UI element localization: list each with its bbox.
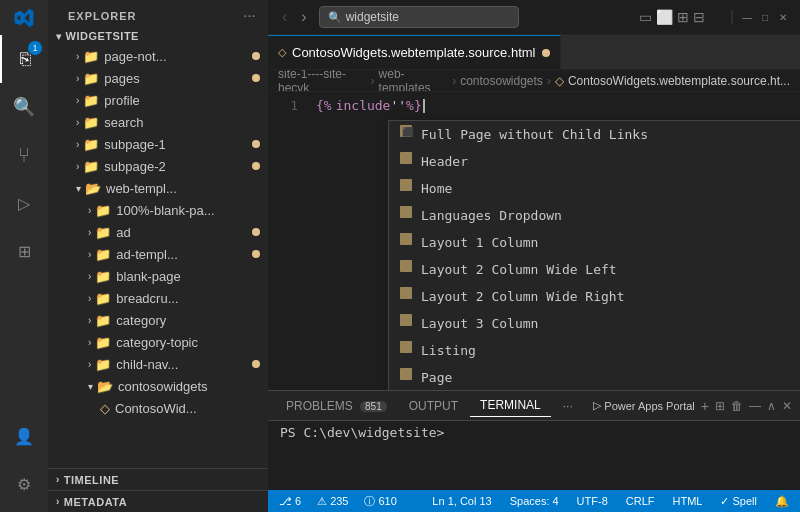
accounts-icon[interactable]: 👤 xyxy=(0,412,48,460)
spaces-label: Spaces: 4 xyxy=(510,495,559,507)
minimize-button[interactable]: — xyxy=(740,10,754,24)
list-item[interactable]: › 📁 ad xyxy=(48,221,268,243)
new-terminal-button[interactable]: + xyxy=(701,398,709,414)
errors-status[interactable]: ⚠ 235 xyxy=(314,495,351,508)
autocomplete-item[interactable]: Layout 2 Column Wide Right xyxy=(389,283,800,310)
info-count: 610 xyxy=(378,495,396,507)
list-item[interactable]: ◇ ContosoWid... xyxy=(48,397,268,419)
settings-icon[interactable]: ⚙ xyxy=(0,460,48,508)
language-status[interactable]: HTML xyxy=(670,495,706,507)
autocomplete-item[interactable]: ⬛ Full Page without Child Links xyxy=(389,121,800,148)
autocomplete-item[interactable]: Home xyxy=(389,175,800,202)
folder-icon: 📁 xyxy=(95,313,111,328)
line-number-1: 1 xyxy=(268,96,298,116)
list-item[interactable]: › 📁 page-not... xyxy=(48,45,268,67)
branch-status[interactable]: ⎇ 6 xyxy=(276,495,304,508)
list-item[interactable]: › 📁 category xyxy=(48,309,268,331)
ac-item-label: Header xyxy=(421,152,468,172)
tab-problems[interactable]: PROBLEMS 851 xyxy=(276,395,397,417)
sidebar: Explorer ··· ▾ WIDGETSITE › 📁 page-not..… xyxy=(48,0,268,512)
item-label: subpage-1 xyxy=(104,137,248,152)
item-label: profile xyxy=(104,93,260,108)
list-item[interactable]: › 📁 child-nav... xyxy=(48,353,268,375)
list-item[interactable]: › 📁 100%-blank-pa... xyxy=(48,199,268,221)
folder-icon: 📁 xyxy=(95,225,111,240)
cursor-pos-status[interactable]: Ln 1, Col 13 xyxy=(429,495,494,507)
info-status[interactable]: ⓘ 610 xyxy=(361,494,399,509)
source-control-icon[interactable]: ⑂ xyxy=(0,131,48,179)
modified-dot xyxy=(252,74,260,82)
metadata-section[interactable]: › METADATA xyxy=(48,490,268,512)
editor-area[interactable]: 1 {% include '' %} ⬛ Full Page without C… xyxy=(268,92,800,390)
svg-rect-10 xyxy=(400,368,412,380)
layout-icon-1[interactable]: ▭ xyxy=(639,9,652,25)
breadcrumb-item-1[interactable]: site-1----site-hecvk xyxy=(278,70,367,92)
forward-button[interactable]: › xyxy=(297,6,310,28)
spaces-status[interactable]: Spaces: 4 xyxy=(507,495,562,507)
ac-item-label: Layout 2 Column Wide Right xyxy=(421,287,625,307)
maximize-button[interactable]: □ xyxy=(758,10,772,24)
autocomplete-item[interactable]: Listing xyxy=(389,337,800,364)
search-activity-icon[interactable]: 🔍 xyxy=(0,83,48,131)
folder-chevron: › xyxy=(88,337,91,348)
list-item[interactable]: ▾ 📂 web-templ... xyxy=(48,177,268,199)
tab-more[interactable]: ··· xyxy=(553,395,583,417)
tab-label: ContosoWidgets.webtemplate.source.html xyxy=(292,45,536,60)
minimize-panel-button[interactable]: — xyxy=(749,399,761,413)
list-item[interactable]: › 📁 search xyxy=(48,111,268,133)
line-ending-status[interactable]: CRLF xyxy=(623,495,658,507)
list-item[interactable]: › 📁 category-topic xyxy=(48,331,268,353)
terminal-content[interactable]: PS C:\dev\widgetsite> xyxy=(268,421,800,490)
extensions-icon[interactable]: ⊞ xyxy=(0,227,48,275)
autocomplete-item[interactable]: Layout 2 Column Wide Left xyxy=(389,256,800,283)
spell-status[interactable]: ✓ Spell xyxy=(717,495,760,508)
list-item[interactable]: › 📁 blank-page xyxy=(48,265,268,287)
code-keyword: {% xyxy=(316,96,332,116)
editor-content[interactable]: {% include '' %} ⬛ Full Page without Chi… xyxy=(308,92,800,390)
list-item[interactable]: › 📁 subpage-2 xyxy=(48,155,268,177)
list-item[interactable]: › 📁 profile xyxy=(48,89,268,111)
problems-label: PROBLEMS xyxy=(286,399,353,413)
autocomplete-item[interactable]: Layout 1 Column xyxy=(389,229,800,256)
close-panel-button[interactable]: ✕ xyxy=(782,399,792,413)
svg-rect-2 xyxy=(400,152,412,164)
close-button[interactable]: ✕ xyxy=(776,10,790,24)
tree-root[interactable]: ▾ WIDGETSITE xyxy=(48,27,268,45)
tab-contoso-html[interactable]: ◇ ContosoWidgets.webtemplate.source.html xyxy=(268,35,561,69)
kill-terminal-button[interactable]: 🗑 xyxy=(731,399,743,413)
power-apps-portal-button[interactable]: ▷ Power Apps Portal xyxy=(593,399,695,412)
autocomplete-item[interactable]: Languages Dropdown xyxy=(389,202,800,229)
layout-icon-2[interactable]: ⬜ xyxy=(656,9,673,25)
back-button[interactable]: ‹ xyxy=(278,6,291,28)
layout-icon-4[interactable]: ⊟ xyxy=(693,9,705,25)
file-icon: ◇ xyxy=(100,401,110,416)
maximize-panel-button[interactable]: ∧ xyxy=(767,399,776,413)
autocomplete-item[interactable]: Layout 3 Column xyxy=(389,310,800,337)
list-item[interactable]: › 📁 breadcru... xyxy=(48,287,268,309)
layout-icon-3[interactable]: ⊞ xyxy=(677,9,689,25)
notifications-button[interactable]: 🔔 xyxy=(772,495,792,508)
tab-terminal[interactable]: TERMINAL xyxy=(470,394,551,417)
debug-icon[interactable]: ▷ xyxy=(0,179,48,227)
list-item[interactable]: ▾ 📂 contosowidgets xyxy=(48,375,268,397)
list-item[interactable]: › 📁 ad-templ... xyxy=(48,243,268,265)
files-icon[interactable]: ⎘ 1 xyxy=(0,35,48,83)
sidebar-more-icon[interactable]: ··· xyxy=(244,10,256,22)
list-item[interactable]: › 📁 subpage-1 xyxy=(48,133,268,155)
list-item[interactable]: › 📁 pages xyxy=(48,67,268,89)
breadcrumb-item-2[interactable]: web-templates xyxy=(379,70,449,92)
tab-output[interactable]: OUTPUT xyxy=(399,395,468,417)
encoding-status[interactable]: UTF-8 xyxy=(574,495,611,507)
search-box[interactable]: 🔍 widgetsite xyxy=(319,6,519,28)
sidebar-header-icons[interactable]: ··· xyxy=(244,10,256,22)
breadcrumb-sep-2: › xyxy=(452,74,456,88)
autocomplete-item[interactable]: Page xyxy=(389,364,800,390)
breadcrumb-item-3[interactable]: contosowidgets xyxy=(460,74,543,88)
explorer-tree[interactable]: ▾ WIDGETSITE › 📁 page-not... › 📁 pages ›… xyxy=(48,27,268,468)
activity-bar-top: ⎘ 1 🔍 ⑂ ▷ ⊞ xyxy=(0,35,48,412)
breadcrumb-item-4[interactable]: ContosoWidgets.webtemplate.source.ht... xyxy=(568,74,790,88)
timeline-section[interactable]: › TIMELINE xyxy=(48,468,268,490)
split-terminal-button[interactable]: ⊞ xyxy=(715,399,725,413)
autocomplete-item[interactable]: Header xyxy=(389,148,800,175)
autocomplete-dropdown[interactable]: ⬛ Full Page without Child Links Header H… xyxy=(388,120,800,390)
